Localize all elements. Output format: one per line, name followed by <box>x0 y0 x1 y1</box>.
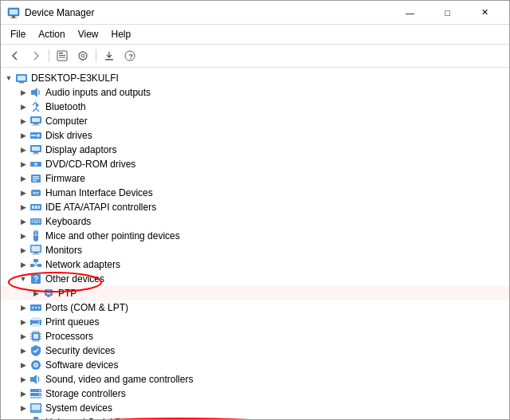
expand-other[interactable]: ▼ <box>17 273 29 285</box>
list-item[interactable]: ▶ IDE ATA/ATAPI controllers <box>1 200 509 214</box>
expand-firmware[interactable]: ▶ <box>17 172 29 185</box>
help-button[interactable]: ? <box>120 47 139 65</box>
ptp-label: PTP <box>58 288 76 299</box>
list-item[interactable]: ▶ DVD/CD-ROM drives <box>1 157 509 171</box>
list-item[interactable]: ▶ Ports (COM & LPT) <box>1 300 509 315</box>
list-item[interactable]: ▶ Display adaptors <box>1 143 509 157</box>
expand-display[interactable]: ▶ <box>17 143 29 156</box>
list-item[interactable]: ▶ Audio inputs and outputs <box>1 85 509 100</box>
back-button[interactable] <box>6 47 25 65</box>
expand-audio[interactable]: ▶ <box>17 86 29 99</box>
svg-rect-6 <box>59 55 65 56</box>
svg-point-73 <box>38 307 40 308</box>
svg-point-71 <box>32 307 33 308</box>
expand-ports[interactable]: ▶ <box>17 301 29 314</box>
svg-rect-17 <box>19 82 24 84</box>
expand-processors[interactable]: ▶ <box>17 330 29 343</box>
svg-rect-12 <box>105 59 113 61</box>
device-tree[interactable]: ▼ DESKTOP-E3KULFI ▶ <box>1 68 509 419</box>
expand-storage[interactable]: ▶ <box>17 387 29 400</box>
expand-security[interactable]: ▶ <box>17 344 29 357</box>
expand-print[interactable]: ▶ <box>17 316 29 328</box>
svg-rect-69 <box>47 296 50 297</box>
expand-bluetooth[interactable]: ▶ <box>17 100 29 113</box>
list-item[interactable]: ▶ Software devices <box>1 358 509 372</box>
minimize-button[interactable]: — <box>392 1 428 25</box>
menu-view[interactable]: View <box>72 26 105 42</box>
svg-rect-51 <box>34 222 38 223</box>
svg-rect-56 <box>32 246 41 252</box>
tree-wrapper: ▼ DESKTOP-E3KULFI ▶ <box>1 68 509 419</box>
maximize-button[interactable]: □ <box>430 1 465 25</box>
expand-dvd[interactable]: ▶ <box>17 158 29 171</box>
list-item[interactable]: ▶ Human Interface Devices <box>1 186 509 200</box>
list-item[interactable]: ▶ Keyboards <box>1 214 509 229</box>
list-item[interactable]: ▶ Storage controllers <box>1 387 509 401</box>
expand-hid[interactable]: ▶ <box>17 186 29 199</box>
list-item[interactable]: ▶ <box>1 329 509 343</box>
processors-label: Processors <box>45 331 93 342</box>
ports-label: Ports (COM & LPT) <box>45 302 128 313</box>
svg-point-8 <box>79 52 87 60</box>
expand-network[interactable]: ▶ <box>17 258 29 271</box>
list-item[interactable]: ▶ PTP <box>1 286 509 300</box>
list-item[interactable]: ▶ Mice and other pointing devices <box>1 229 509 243</box>
list-item[interactable]: ▶ Firmware <box>1 171 509 186</box>
expand-monitors[interactable]: ▶ <box>17 244 29 257</box>
expand-keyboard[interactable]: ▶ <box>17 215 29 228</box>
list-item[interactable]: ▶ Disk drives <box>1 128 509 143</box>
list-item[interactable]: ▶ Sound, video and game controllers <box>1 372 509 387</box>
list-item[interactable]: ▶ Bluetooth <box>1 100 509 114</box>
title-icon <box>7 6 20 19</box>
update-driver-button[interactable] <box>100 47 119 65</box>
toolbar-separator-1 <box>49 49 49 62</box>
expand-ide[interactable]: ▶ <box>17 201 29 214</box>
svg-text:?: ? <box>33 275 38 284</box>
monitor-icon <box>29 244 42 257</box>
sound-label: Sound, video and game controllers <box>45 374 193 385</box>
list-item[interactable]: ▶ Universal Serial Bus <box>1 415 509 419</box>
svg-rect-21 <box>33 124 38 125</box>
list-item[interactable]: ▶ System devices <box>1 401 509 415</box>
close-button[interactable]: ✕ <box>467 1 503 25</box>
list-item[interactable]: ▼ ? Other devices <box>1 272 509 286</box>
expand-ptp[interactable]: ▶ <box>29 287 42 300</box>
ide-icon <box>29 201 42 214</box>
root-expand[interactable]: ▼ <box>2 72 15 84</box>
list-item[interactable]: ▶ Security devices <box>1 343 509 358</box>
forward-button[interactable] <box>26 47 45 65</box>
list-item[interactable]: ▶ Print queues <box>1 315 509 329</box>
properties-button[interactable] <box>53 47 72 65</box>
menu-help[interactable]: Help <box>105 26 138 42</box>
expand-sound[interactable]: ▶ <box>17 373 29 386</box>
menu-action[interactable]: Action <box>32 26 71 42</box>
software-icon <box>29 359 42 371</box>
svg-rect-1 <box>10 10 18 14</box>
sound-icon <box>29 373 42 386</box>
svg-rect-48 <box>37 220 38 222</box>
keyboard-label: Keyboards <box>45 216 91 227</box>
list-item[interactable]: ▶ Network adapters <box>1 257 509 272</box>
expand-mouse[interactable]: ▶ <box>17 230 29 242</box>
audio-label: Audio inputs and outputs <box>45 87 151 98</box>
svg-point-68 <box>48 292 49 293</box>
svg-rect-49 <box>39 220 41 222</box>
dvd-label: DVD/CD-ROM drives <box>45 159 135 170</box>
display-icon <box>29 143 42 156</box>
expand-computer[interactable]: ▶ <box>17 115 29 128</box>
list-item[interactable]: ▶ Computer <box>1 114 509 128</box>
tree-root[interactable]: ▼ DESKTOP-E3KULFI <box>1 71 509 85</box>
list-item[interactable]: ▶ Monitors <box>1 243 509 257</box>
expand-usb-controllers[interactable]: ▶ <box>17 416 29 419</box>
network-icon <box>29 258 42 271</box>
svg-point-24 <box>37 134 40 137</box>
svg-rect-44 <box>38 206 40 209</box>
svg-rect-76 <box>32 324 40 327</box>
storage-label: Storage controllers <box>45 388 126 399</box>
monitors-label: Monitors <box>45 245 82 256</box>
scan-button[interactable] <box>73 47 92 65</box>
expand-disk[interactable]: ▶ <box>17 129 29 142</box>
expand-system[interactable]: ▶ <box>17 402 29 414</box>
expand-software[interactable]: ▶ <box>17 359 29 371</box>
menu-file[interactable]: File <box>4 26 32 42</box>
